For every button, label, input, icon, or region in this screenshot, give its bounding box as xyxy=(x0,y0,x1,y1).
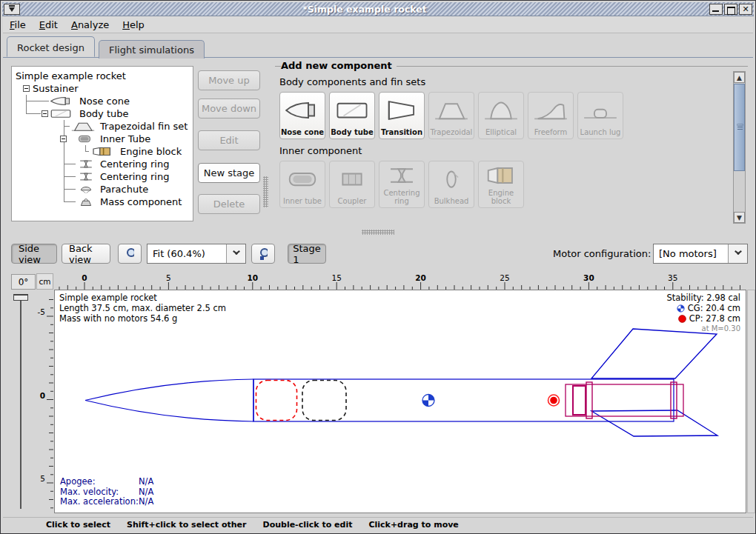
svg-text:25: 25 xyxy=(500,273,509,282)
zoom-in-button[interactable] xyxy=(251,244,275,264)
add-engine-block-button: Engine block xyxy=(478,161,524,208)
combobox-chevron[interactable] xyxy=(226,244,245,263)
ruler-unit-label: cm xyxy=(36,273,53,290)
menu-file[interactable]: File xyxy=(3,18,33,32)
component-button-label: Coupler xyxy=(338,198,367,206)
scrollbar-thumb[interactable] xyxy=(734,84,745,171)
tree-item-parachute[interactable]: Parachute xyxy=(12,183,193,196)
centering-ring-front-outline[interactable] xyxy=(586,382,592,418)
tree-connector-line xyxy=(64,176,76,177)
svg-text:-5: -5 xyxy=(38,307,45,316)
component-scrollbar[interactable]: ▲ ▼ xyxy=(733,71,746,224)
tree-item-nose-cone[interactable]: Nose cone xyxy=(12,95,193,107)
maximize-button[interactable] xyxy=(724,4,737,15)
rocket-design-canvas[interactable]: Simple example rocket Length 37.5 cm, ma… xyxy=(54,290,746,513)
body-tube-outline[interactable] xyxy=(253,379,674,421)
mass-component-outline[interactable] xyxy=(302,381,346,421)
centering-ring-icon xyxy=(385,164,419,187)
cg-legend-icon xyxy=(677,304,685,313)
tree-connector-line xyxy=(64,126,70,127)
magnifier-icon xyxy=(125,247,134,261)
svg-text:0: 0 xyxy=(40,391,45,400)
tree-item-centering-ring[interactable]: Centering ring xyxy=(12,170,193,183)
nose-cone-outline[interactable] xyxy=(85,401,253,422)
inner-tube-outline[interactable] xyxy=(566,384,683,416)
tree-item-trapezoidal-fin-set[interactable]: Trapezoidal fin set xyxy=(12,120,193,133)
window-menu-button[interactable] xyxy=(4,4,20,15)
nose-cone-outline[interactable] xyxy=(85,379,253,401)
new-stage-button[interactable]: New stage xyxy=(198,163,260,183)
tree-collapse-icon[interactable] xyxy=(42,110,48,117)
body-tube-icon xyxy=(50,108,72,119)
max-acceleration-value: N/A xyxy=(139,497,153,507)
zoom-level-combobox[interactable]: Fit (60.4%) xyxy=(147,244,246,264)
mass-icon xyxy=(77,196,95,210)
side-view-toggle[interactable]: Side view xyxy=(11,244,57,264)
tree-item-label: Trapezoidal fin set xyxy=(100,120,188,133)
vertical-splitter-handle[interactable] xyxy=(263,176,268,207)
status-hint: Shift+click to select other xyxy=(127,520,247,530)
fin-trapezoid-icon xyxy=(434,93,468,129)
menu-help[interactable]: Help xyxy=(116,18,151,32)
rocket-name-line: Simple example rocket xyxy=(59,293,226,303)
canvas-scrollbar[interactable] xyxy=(747,290,755,513)
zoom-out-button[interactable] xyxy=(118,244,142,264)
scroll-up-arrow-icon[interactable]: ▲ xyxy=(734,72,745,83)
combobox-chevron[interactable] xyxy=(728,244,747,263)
stability-info: Stability: 2.98 cal CG: 20.4 cm CP: 27.8… xyxy=(666,293,740,334)
menu-analyze[interactable]: Analyze xyxy=(64,18,116,32)
stage-1-toggle[interactable]: Stage 1 xyxy=(288,244,326,264)
tree-item-sustainer[interactable]: Sustainer xyxy=(12,82,193,95)
edit-button: Edit xyxy=(198,130,260,150)
tree-item-mass-component[interactable]: Mass component xyxy=(12,196,193,208)
rocket-figure[interactable] xyxy=(55,290,746,513)
tree-connector-line xyxy=(64,189,76,190)
window-controls xyxy=(709,4,752,15)
parachute-outline[interactable] xyxy=(256,381,297,421)
svg-text:20: 20 xyxy=(415,273,426,282)
fin-top-outline[interactable] xyxy=(591,329,717,378)
engine-block-icon xyxy=(484,164,518,187)
tree-collapse-icon[interactable] xyxy=(23,85,30,92)
tree-item-engine-block[interactable]: Engine block xyxy=(12,145,193,158)
tree-item-inner-tube[interactable]: Inner Tube xyxy=(12,133,193,145)
motor-configuration-combobox[interactable]: [No motors] xyxy=(653,244,748,264)
rotation-slider-handle[interactable] xyxy=(13,294,28,301)
component-button-label: Centering ring xyxy=(379,190,424,205)
add-body-tube-button[interactable]: Body tube xyxy=(329,92,375,139)
tree-collapse-icon[interactable] xyxy=(60,136,67,142)
back-view-toggle[interactable]: Back view xyxy=(62,244,110,264)
launch-lug-icon xyxy=(583,93,617,129)
nose-cone-icon xyxy=(50,96,73,107)
component-tree[interactable]: Simple example rocketSustainerNose coneB… xyxy=(11,66,193,221)
component-button-label: Elliptical xyxy=(485,129,517,137)
tree-item-label: Centering ring xyxy=(100,170,169,183)
horizontal-splitter-handle[interactable] xyxy=(362,230,394,235)
menu-bar: FileEditAnalyzeHelp xyxy=(3,16,753,33)
scroll-down-arrow-icon[interactable]: ▼ xyxy=(734,212,745,223)
move-up-button: Move up xyxy=(198,70,260,90)
tree-item-label: Nose cone xyxy=(79,95,130,107)
apogee-value: N/A xyxy=(139,477,153,487)
nose-cone-icon xyxy=(285,99,319,121)
centering-ring-icon xyxy=(77,171,95,182)
tree-item-centering-ring[interactable]: Centering ring xyxy=(12,158,193,170)
fin-bottom-outline[interactable] xyxy=(591,410,717,436)
transition-icon xyxy=(385,93,419,129)
fin-freeform-icon xyxy=(534,93,568,129)
add-nose-cone-button[interactable]: Nose cone xyxy=(279,92,325,139)
menu-edit[interactable]: Edit xyxy=(33,18,64,32)
close-button[interactable] xyxy=(739,4,752,15)
cg-value: CG: 20.4 cm xyxy=(688,303,740,313)
minimize-button[interactable] xyxy=(709,4,723,15)
tree-item-simple-example-rocket[interactable]: Simple example rocket xyxy=(12,70,193,82)
engine-block-icon xyxy=(484,161,518,190)
add-transition-button[interactable]: Transition xyxy=(379,92,425,139)
engine-block-icon xyxy=(90,146,114,157)
tab-flight-simulations[interactable]: Flight simulations xyxy=(99,40,205,59)
tree-item-label: Inner Tube xyxy=(100,133,150,145)
rotation-slider-track[interactable] xyxy=(20,296,21,509)
engine-block-outline[interactable] xyxy=(573,386,586,415)
tab-rocket-design[interactable]: Rocket design xyxy=(7,36,95,57)
tree-item-body-tube[interactable]: Body tube xyxy=(12,107,193,120)
